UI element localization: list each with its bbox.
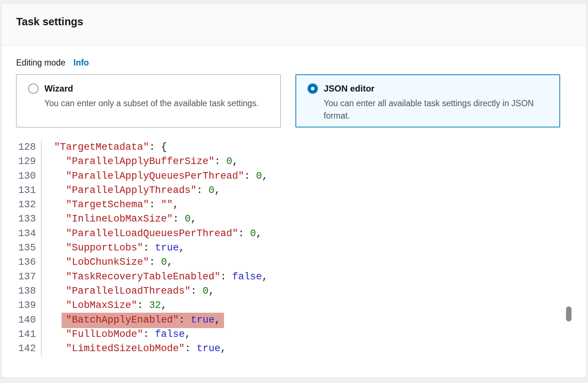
tile-wizard-label: Wizard [44,83,259,94]
code-text: "InlineLobMaxSize": 0, [42,212,196,226]
line-number: 130 [16,169,42,183]
code-text: "ParallelApplyThreads": 0, [42,183,220,198]
line-number: 133 [16,212,42,226]
radio-button-wizard[interactable] [28,83,38,94]
code-line-130[interactable]: 130 "ParallelApplyQueuesPerThread": 0, [16,169,572,183]
code-text: "BatchApplyEnabled": true, [42,313,224,327]
code-text: "LimitedSizeLobMode": true, [42,342,226,356]
line-number: 142 [16,342,42,356]
page-title: Task settings [16,16,572,28]
line-number: 138 [16,284,42,298]
code-text: "FullLobMode": false, [42,327,191,342]
code-line-138[interactable]: 138 "ParallelLoadThreads": 0, [16,284,572,298]
code-text: "TaskRecoveryTableEnabled": false, [42,270,268,284]
code-line-139[interactable]: 139 "LobMaxSize": 32, [16,298,572,313]
code-text: "ParallelApplyBufferSize": 0, [42,155,238,169]
code-line-134[interactable]: 134 "ParallelLoadQueuesPerThread": 0, [16,227,572,241]
line-number: 140 [16,313,42,327]
tile-wizard-text: Wizard You can enter only a subset of th… [44,83,259,127]
line-number: 134 [16,227,42,241]
editing-mode-label: Editing mode [16,58,65,68]
radio-inner-dot [311,87,315,90]
code-text: "LobChunkSize": 0, [42,255,173,269]
tile-json-editor-text: JSON editor You can enter all available … [324,83,544,127]
code-line-140[interactable]: 140 "BatchApplyEnabled": true, [16,313,572,327]
code-line-129[interactable]: 129 "ParallelApplyBufferSize": 0, [16,155,572,169]
tile-wizard[interactable]: Wizard You can enter only a subset of th… [16,74,281,127]
code-text: "ParallelLoadThreads": 0, [42,284,214,298]
code-line-141[interactable]: 141 "FullLobMode": false, [16,327,572,342]
code-line-128[interactable]: 128 "TargetMetadata": { [16,140,572,155]
code-text: "TargetSchema": "", [42,198,179,212]
line-number: 135 [16,241,42,255]
json-code-editor[interactable]: 128 "TargetMetadata": {129 "ParallelAppl… [16,140,572,356]
card-content: Editing mode Info Wizard You can enter o… [1,58,586,356]
page-background: Task settings Editing mode Info Wizard Y… [0,0,588,383]
line-number: 132 [16,198,42,212]
radio-button-json-editor[interactable] [308,83,318,94]
tile-json-editor[interactable]: JSON editor You can enter all available … [295,74,560,127]
code-line-136[interactable]: 136 "LobChunkSize": 0, [16,255,572,269]
code-line-137[interactable]: 137 "TaskRecoveryTableEnabled": false, [16,270,572,284]
code-line-142[interactable]: 142 "LimitedSizeLobMode": true, [16,342,572,356]
line-number: 128 [16,140,42,155]
tile-wizard-description: You can enter only a subset of the avail… [44,97,259,109]
code-line-132[interactable]: 132 "TargetSchema": "", [16,198,572,212]
code-line-135[interactable]: 135 "SupportLobs": true, [16,241,572,255]
code-line-133[interactable]: 133 "InlineLobMaxSize": 0, [16,212,572,226]
code-text: "SupportLobs": true, [42,241,185,255]
highlighted-code: "BatchApplyEnabled": true, [62,313,224,328]
code-text: "LobMaxSize": 32, [42,298,167,313]
tile-json-editor-label: JSON editor [324,83,544,94]
line-number: 139 [16,298,42,313]
editing-mode-row: Editing mode Info [16,58,572,68]
card-header: Task settings [1,3,586,46]
info-link[interactable]: Info [73,58,89,68]
code-text: "ParallelApplyQueuesPerThread": 0, [42,169,268,183]
editing-mode-tiles: Wizard You can enter only a subset of th… [16,74,572,127]
line-number: 129 [16,155,42,169]
tile-json-editor-description: You can enter all available task setting… [324,97,544,122]
line-number: 141 [16,327,42,342]
code-line-131[interactable]: 131 "ParallelApplyThreads": 0, [16,183,572,198]
task-settings-card: Task settings Editing mode Info Wizard Y… [1,3,587,378]
line-number: 137 [16,270,42,284]
line-number: 136 [16,255,42,269]
code-text: "TargetMetadata": { [42,140,167,155]
line-number: 131 [16,183,42,198]
code-text: "ParallelLoadQueuesPerThread": 0, [42,227,262,241]
scrollbar-thumb[interactable] [566,306,572,321]
